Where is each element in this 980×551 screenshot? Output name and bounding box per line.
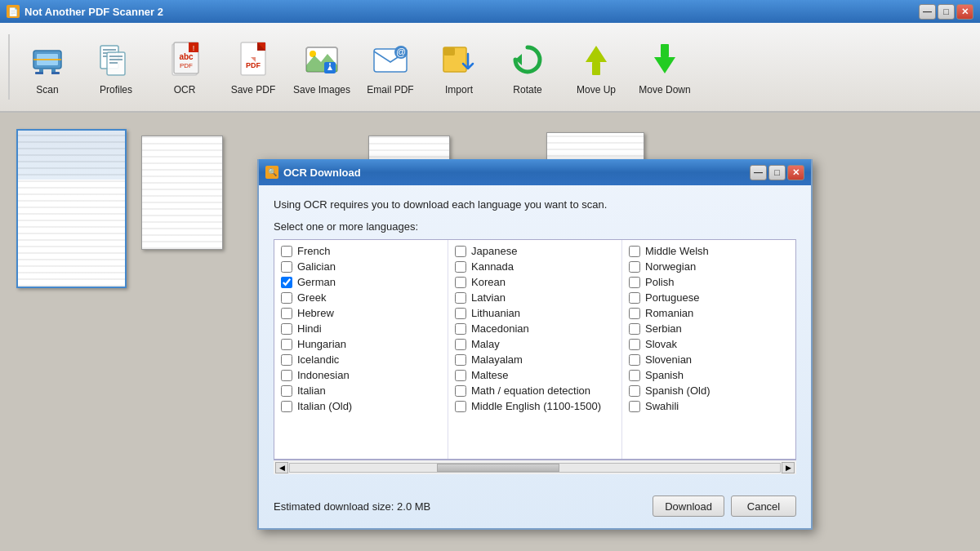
lang-item[interactable]: Korean — [455, 274, 615, 290]
lang-label: Math / equation detection — [471, 384, 590, 397]
lang-label: Slovenian — [645, 353, 692, 366]
resize-handle[interactable] — [798, 515, 811, 528]
lang-label: Hebrew — [297, 307, 334, 319]
lang-checkbox[interactable] — [629, 292, 640, 304]
dialog-title: OCR Download — [283, 167, 361, 179]
lang-item[interactable]: Hebrew — [281, 305, 441, 321]
lang-checkbox[interactable] — [281, 354, 292, 366]
lang-item[interactable]: Math / equation detection — [455, 383, 615, 398]
lang-checkbox[interactable] — [281, 246, 292, 257]
lang-label: Italian — [297, 384, 326, 397]
lang-checkbox[interactable] — [281, 292, 292, 304]
lang-checkbox[interactable] — [281, 277, 292, 288]
lang-checkbox[interactable] — [455, 277, 466, 288]
lang-label: Indonesian — [297, 369, 350, 381]
dialog-overlay: 🔍 OCR Download — □ ✕ Using OCR requires … — [0, 0, 980, 551]
lang-checkbox[interactable] — [281, 339, 292, 350]
lang-item[interactable]: Hungarian — [281, 336, 441, 352]
lang-item[interactable]: French — [281, 243, 441, 259]
lang-checkbox[interactable] — [281, 401, 292, 412]
lang-item[interactable]: Slovenian — [629, 352, 789, 367]
lang-checkbox[interactable] — [629, 370, 640, 381]
lang-item[interactable]: Greek — [281, 290, 441, 305]
lang-item[interactable]: Romanian — [629, 305, 789, 321]
lang-item[interactable]: Maltese — [455, 367, 615, 383]
lang-checkbox[interactable] — [281, 308, 292, 319]
lang-item[interactable]: Polish — [629, 274, 789, 290]
lang-item[interactable]: Slovak — [629, 336, 789, 352]
lang-checkbox[interactable] — [281, 261, 292, 273]
ocr-download-dialog: 🔍 OCR Download — □ ✕ Using OCR requires … — [257, 159, 813, 530]
estimated-size-text: Estimated download size: 2.0 MB — [274, 500, 430, 513]
lang-checkbox[interactable] — [455, 385, 466, 397]
lang-item[interactable]: Norwegian — [629, 259, 789, 274]
cancel-button[interactable]: Cancel — [731, 495, 796, 517]
lang-item[interactable]: German — [281, 274, 441, 290]
lang-item[interactable]: Hindi — [281, 321, 441, 336]
scroll-right-button[interactable]: ▶ — [782, 462, 795, 473]
lang-item[interactable]: Serbian — [629, 321, 789, 336]
lang-label: Middle Welsh — [645, 245, 709, 257]
language-column-1: FrenchGalicianGermanGreekHebrewHindiHung… — [274, 240, 448, 459]
lang-item[interactable]: Kannada — [455, 259, 615, 274]
lang-checkbox[interactable] — [629, 308, 640, 319]
lang-checkbox[interactable] — [281, 385, 292, 397]
lang-checkbox[interactable] — [455, 292, 466, 304]
lang-checkbox[interactable] — [629, 385, 640, 397]
language-column-3: Middle WelshNorwegianPolishPortugueseRom… — [622, 240, 795, 459]
lang-checkbox[interactable] — [629, 401, 640, 412]
lang-label: Kannada — [471, 260, 514, 273]
lang-checkbox[interactable] — [455, 370, 466, 381]
lang-item[interactable]: Portuguese — [629, 290, 789, 305]
lang-label: Malay — [471, 338, 500, 350]
lang-item[interactable]: Swahili — [629, 398, 789, 414]
dialog-titlebar: 🔍 OCR Download — □ ✕ — [259, 159, 811, 185]
lang-checkbox[interactable] — [629, 339, 640, 350]
lang-item[interactable]: Indonesian — [281, 367, 441, 383]
lang-checkbox[interactable] — [281, 323, 292, 335]
horizontal-scrollbar[interactable]: ◀ ▶ — [274, 460, 796, 474]
lang-checkbox[interactable] — [455, 246, 466, 257]
dialog-maximize-button[interactable]: □ — [768, 165, 786, 180]
lang-label: Polish — [645, 276, 674, 288]
lang-item[interactable]: Malayalam — [455, 352, 615, 367]
dialog-close-button[interactable]: ✕ — [787, 165, 804, 180]
lang-label: Slovak — [645, 338, 677, 350]
scroll-track[interactable] — [289, 463, 781, 473]
lang-label: Middle English (1100-1500) — [471, 400, 601, 412]
lang-item[interactable]: Malay — [455, 336, 615, 352]
lang-item[interactable]: Japanese — [455, 243, 615, 259]
lang-checkbox[interactable] — [629, 277, 640, 288]
lang-item[interactable]: Middle Welsh — [629, 243, 789, 259]
lang-checkbox[interactable] — [281, 370, 292, 381]
lang-item[interactable]: Galician — [281, 259, 441, 274]
lang-item[interactable]: Spanish — [629, 367, 789, 383]
dialog-minimize-button[interactable]: — — [750, 165, 767, 180]
lang-checkbox[interactable] — [455, 339, 466, 350]
lang-item[interactable]: Italian (Old) — [281, 398, 441, 414]
scroll-thumb[interactable] — [437, 464, 559, 472]
scroll-left-button[interactable]: ◀ — [275, 462, 288, 473]
lang-item[interactable]: Macedonian — [455, 321, 615, 336]
lang-label: Macedonian — [471, 322, 529, 335]
dialog-title-buttons: — □ ✕ — [750, 165, 804, 180]
lang-item[interactable]: Middle English (1100-1500) — [455, 398, 615, 414]
lang-checkbox[interactable] — [455, 323, 466, 335]
lang-checkbox[interactable] — [455, 401, 466, 412]
lang-checkbox[interactable] — [455, 308, 466, 319]
download-button[interactable]: Download — [653, 495, 724, 517]
lang-checkbox[interactable] — [629, 354, 640, 366]
lang-checkbox[interactable] — [455, 261, 466, 273]
lang-item[interactable]: Lithuanian — [455, 305, 615, 321]
lang-checkbox[interactable] — [629, 261, 640, 273]
lang-checkbox[interactable] — [455, 354, 466, 366]
lang-item[interactable]: Latvian — [455, 290, 615, 305]
lang-checkbox[interactable] — [629, 323, 640, 335]
lang-label: Lithuanian — [471, 307, 520, 319]
lang-item[interactable]: Italian — [281, 383, 441, 398]
dialog-info-text: Using OCR requires you to download each … — [274, 198, 796, 211]
lang-item[interactable]: Icelandic — [281, 352, 441, 367]
language-list: FrenchGalicianGermanGreekHebrewHindiHung… — [274, 239, 796, 460]
lang-checkbox[interactable] — [629, 246, 640, 257]
lang-item[interactable]: Spanish (Old) — [629, 383, 789, 398]
